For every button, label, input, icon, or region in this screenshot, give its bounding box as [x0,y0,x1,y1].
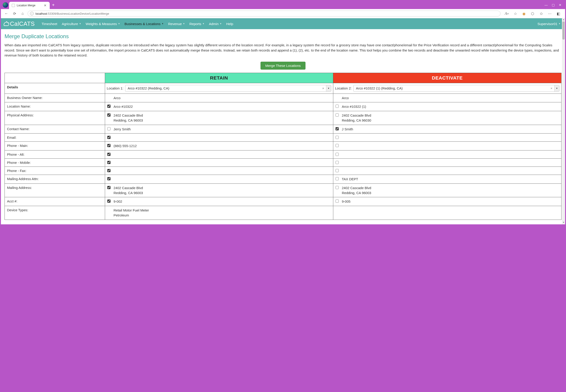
nav-item-label: Help [226,22,233,26]
refresh-icon[interactable]: ⟳ [11,10,18,17]
retain-value-cell [105,167,333,175]
profile-avatar-icon[interactable] [3,2,8,8]
row-label: Phone - Fax: [5,167,105,175]
deactivate-checkbox[interactable] [335,144,339,147]
sidebar-icon[interactable]: ◧ [555,10,562,17]
menu-icon[interactable]: ⋯ [547,10,553,17]
deactivate-checkbox[interactable] [335,177,339,180]
retain-text: 2402 Cascade BlvdRedding, CA 96003 [114,113,143,123]
retain-checkbox[interactable] [107,169,110,172]
dropdown-icon[interactable]: ▼ [554,85,559,92]
merge-button[interactable]: Merge These Locations [261,62,305,70]
extensions-icon[interactable]: ⬡ [529,10,536,17]
scrollbar[interactable]: ▴ ▾ [562,18,565,224]
scroll-down-icon[interactable]: ▾ [562,221,565,224]
extension-icon[interactable]: ◉ [521,10,527,17]
row-label: Phone - Main: [5,142,105,151]
retain-value-cell: Arco [105,94,333,102]
retain-text: Retail Motor Fuel MeterPetroleum [114,208,149,218]
deactivate-checkbox[interactable] [335,136,339,139]
retain-checkbox[interactable] [107,186,110,189]
deactivate-checkbox[interactable] [335,105,339,108]
nav-item[interactable]: Admin▼ [207,18,224,29]
back-icon[interactable]: ← [3,10,10,17]
retain-checkbox[interactable] [107,136,110,139]
retain-checkbox[interactable] [107,113,110,117]
retain-value-cell: Arco #10322 [105,102,333,111]
deactivate-checkbox[interactable] [335,127,339,130]
intro-paragraph: When data are imported into CalCATS from… [4,43,562,58]
new-tab-button[interactable]: + [50,2,57,8]
nav-item-label: Admin [209,22,219,26]
home-icon[interactable]: ⌂ [19,10,26,17]
table-row: Location Name:Arco #10322Arco #10322 (1) [5,102,562,111]
retain-value-cell: 9-002 [105,197,333,206]
deactivate-value-cell: Arco #10322 (1) [333,102,561,111]
deactivate-text: 2402 Cascade BlvdRedding, CA 96030 [342,113,371,123]
nav-item[interactable]: Agriculture▼ [59,18,83,29]
deactivate-text: 2402 Cascade BlvdRedding, CA 96003 [342,185,371,196]
retain-text: Arco #10322 [114,104,133,109]
retain-value-cell: (880) 555-1212 [105,142,333,151]
retain-checkbox[interactable] [107,161,110,164]
scroll-thumb[interactable] [562,21,565,40]
browser-tab[interactable]: Location Merge ✕ [9,2,50,9]
retain-checkbox[interactable] [107,153,110,156]
row-label: Device Types: [5,206,105,220]
nav-item-label: Revenue [168,22,182,26]
table-row: Acct #:9-0029-005 [5,197,562,206]
nav-item[interactable]: Businesses & Locations▼ [122,18,166,29]
table-row: Mailing Address Attn:TAX DEPT [5,175,562,184]
site-info-icon[interactable]: i [30,12,34,15]
deactivate-checkbox[interactable] [335,113,339,117]
nav-item[interactable]: Help [224,18,235,29]
maximize-icon[interactable]: ▢ [552,3,555,7]
retain-value-cell [105,151,333,159]
retain-value-cell: 2402 Cascade BlvdRedding, CA 96003 [105,183,333,197]
retain-value-cell [105,159,333,167]
app-logo[interactable]: CalCATS [3,20,35,27]
clear-icon[interactable]: × [549,86,554,90]
table-row: Business Owner Name:ArcoArco [5,94,562,102]
table-row: Phone - Alt: [5,151,562,159]
deactivate-checkbox[interactable] [335,199,339,203]
retain-value-cell [105,134,333,142]
location2-cell: Location 2: Arco #10322 (1) (Redding, CA… [333,83,561,94]
table-row: Physical Address:2402 Cascade BlvdReddin… [5,111,562,125]
dropdown-icon[interactable]: ▼ [326,85,331,92]
deactivate-checkbox[interactable] [335,161,339,164]
retain-text: 9-002 [114,199,122,204]
nav-item[interactable]: Weights & Measures▼ [83,18,122,29]
close-window-icon[interactable]: ✕ [559,3,562,7]
deactivate-text: 9-005 [342,199,350,204]
deactivate-checkbox[interactable] [335,169,339,172]
address-bar[interactable]: i localhost:53309/BusinessLocationDevice… [28,11,500,16]
deactivate-value-cell: 2402 Cascade BlvdRedding, CA 96003 [333,183,561,197]
retain-checkbox[interactable] [107,127,110,130]
deactivate-checkbox[interactable] [335,153,339,156]
toolbar-right-icons: A» ☆ ◉ ⬡ ✩ ⋯ ◧ [502,10,563,17]
deactivate-checkbox[interactable] [335,186,339,189]
read-aloud-icon[interactable]: A» [504,10,510,17]
nav-item-label: Timesheet [41,22,57,26]
retain-checkbox[interactable] [107,144,110,147]
favorites-bar-icon[interactable]: ✩ [538,10,544,17]
retain-checkbox[interactable] [107,105,110,108]
nav-item[interactable]: Reports▼ [187,18,207,29]
tab-bar: Location Merge ✕ + — ▢ ✕ [1,1,565,9]
nav-item[interactable]: Timesheet [39,18,59,29]
minimize-icon[interactable]: — [545,3,548,7]
retain-checkbox[interactable] [107,177,110,180]
nav-item[interactable]: Revenue▼ [166,18,187,29]
scroll-up-icon[interactable]: ▴ [562,18,565,21]
retain-checkbox[interactable] [107,199,110,203]
location2-combo[interactable]: Arco #10322 (1) (Redding, CA) × ▼ [353,85,559,92]
close-tab-icon[interactable]: ✕ [44,4,47,7]
nav-item-label: Businesses & Locations [124,22,160,26]
retain-text: Jerry Smith [114,127,131,132]
clear-icon[interactable]: × [320,86,326,90]
favorite-icon[interactable]: ☆ [512,10,519,17]
details-label: Details [5,83,105,94]
location1-combo[interactable]: Arco #10322 (Redding, CA) × ▼ [125,85,331,92]
user-menu[interactable]: Supervisor01 ▼ [535,18,563,29]
